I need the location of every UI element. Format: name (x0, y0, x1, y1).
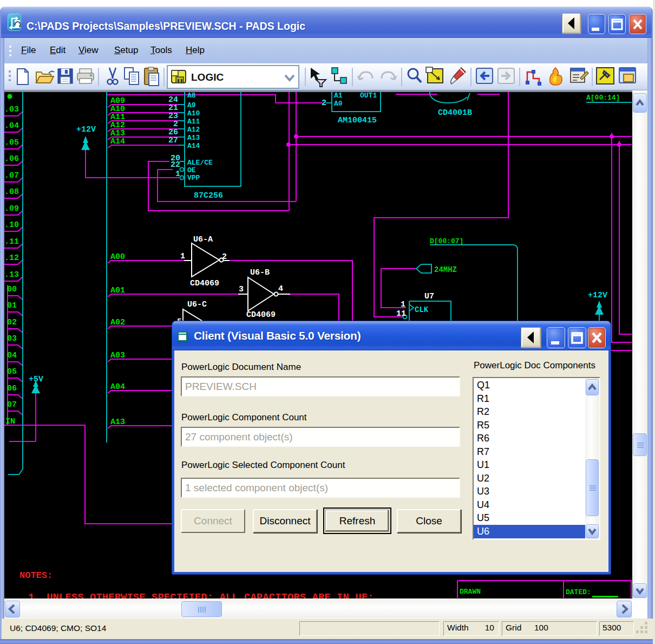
svg-text:DRAWN: DRAWN (460, 588, 481, 596)
svg-text:2: 2 (322, 99, 326, 108)
svg-text:A0: A0 (334, 100, 343, 108)
svg-text:U6-A: U6-A (193, 235, 213, 244)
svg-text:A13: A13 (110, 418, 125, 427)
svg-text:IN: IN (5, 417, 15, 426)
svg-text:2: 2 (222, 252, 227, 262)
svg-text:00: 00 (7, 285, 17, 294)
svg-text:ALE/CE: ALE/CE (187, 159, 213, 167)
svg-text:.06: .06 (4, 154, 19, 164)
svg-text:.12: .12 (4, 253, 19, 263)
svg-text:A04: A04 (110, 382, 125, 392)
svg-text:CLK: CLK (415, 305, 429, 314)
svg-text:A10: A10 (187, 109, 200, 118)
svg-text:A14: A14 (110, 137, 125, 146)
svg-text:1: 1 (180, 252, 185, 261)
svg-text:AM100415: AM100415 (338, 116, 377, 125)
svg-text:27: 27 (168, 136, 178, 145)
svg-text:A12: A12 (187, 126, 200, 134)
svg-text:DATED:: DATED: (566, 588, 591, 596)
svg-text:.07: .07 (4, 171, 19, 180)
svg-text:LOGIC: LOGIC (191, 71, 224, 83)
svg-text:4: 4 (278, 284, 283, 294)
svg-text:24MHZ: 24MHZ (434, 265, 457, 274)
svg-text:+5V: +5V (29, 375, 43, 384)
svg-text:1. UNLESS OTHERWISE SPECIFIED: 1. UNLESS OTHERWISE SPECIFIED: ALL CAPAC… (28, 591, 374, 599)
svg-text:.08: .08 (4, 187, 19, 197)
svg-text:CD4001B: CD4001B (438, 108, 472, 118)
svg-text:A00: A00 (110, 252, 125, 262)
svg-text:+12V: +12V (588, 291, 607, 300)
svg-text:06: 06 (7, 384, 17, 393)
svg-text:1: 1 (401, 300, 405, 309)
svg-text:A9: A9 (187, 101, 196, 109)
svg-text:04: 04 (7, 351, 17, 360)
svg-text:OE: OE (187, 166, 196, 174)
svg-text:A[00:14]: A[00:14] (586, 94, 620, 102)
svg-text:.13: .13 (4, 270, 19, 279)
svg-text:02: 02 (7, 318, 17, 327)
svg-text:U7: U7 (424, 292, 434, 301)
svg-text:A02: A02 (110, 318, 125, 327)
svg-text:11: 11 (396, 309, 406, 318)
svg-text:1: 1 (175, 170, 180, 179)
svg-text:.05: .05 (4, 138, 19, 147)
svg-text:A1: A1 (334, 92, 343, 100)
svg-text:03: 03 (7, 334, 17, 343)
svg-text:A01: A01 (110, 286, 125, 295)
svg-text:CD4069: CD4069 (190, 279, 219, 288)
svg-text:U6-C: U6-C (187, 300, 207, 309)
svg-text:05: 05 (7, 367, 17, 376)
svg-text:A03: A03 (110, 351, 125, 360)
svg-text:3: 3 (239, 285, 244, 294)
svg-text:VPP: VPP (187, 174, 200, 182)
svg-text:.09: .09 (4, 204, 19, 213)
svg-text:01: 01 (7, 301, 17, 310)
svg-text:87C256: 87C256 (194, 191, 223, 200)
svg-text:+12V: +12V (76, 125, 96, 134)
svg-text:.11: .11 (4, 237, 19, 246)
svg-text:D[00:07]: D[00:07] (430, 237, 463, 245)
svg-text:A11: A11 (187, 118, 200, 126)
svg-text:A13: A13 (187, 134, 200, 142)
svg-text:.10: .10 (4, 220, 19, 230)
svg-text:A8: A8 (187, 92, 196, 100)
svg-text:.04: .04 (4, 121, 19, 131)
svg-text:CD4069: CD4069 (246, 310, 276, 320)
svg-text:U6-B: U6-B (250, 268, 270, 277)
svg-text:A14: A14 (187, 142, 200, 150)
svg-text:.03: .03 (4, 105, 19, 114)
svg-text:07: 07 (7, 400, 17, 409)
svg-text:OUT1: OUT1 (360, 92, 377, 100)
svg-text:22: 22 (171, 160, 180, 170)
svg-text:NOTES:: NOTES: (19, 570, 53, 581)
